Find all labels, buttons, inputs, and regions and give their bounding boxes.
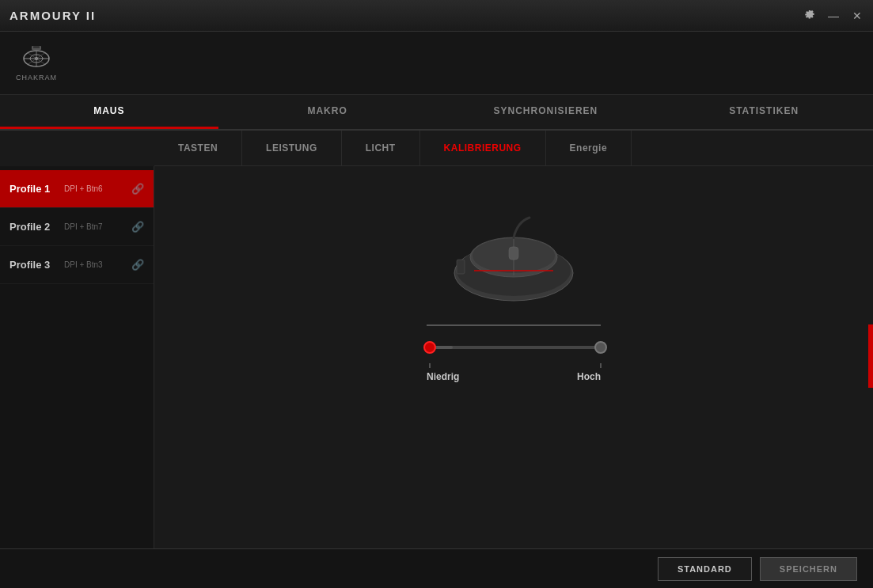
title-bar: ARMOURY II — ✕	[0, 0, 873, 32]
profile-2-link-icon: 🔗	[131, 221, 144, 233]
main-navigation: MAUS MAKRO SYNCHRONISIEREN STATISTIKEN	[0, 95, 873, 131]
subtab-tasten[interactable]: TASTEN	[154, 131, 242, 165]
profile-3-shortcut: DPI + Btn3	[64, 260, 128, 269]
subtab-energie[interactable]: Energie	[546, 131, 632, 165]
profile-sidebar: Profile 1 DPI + Btn6 🔗 Profile 2 DPI + B…	[0, 166, 154, 584]
slider-thumb-max[interactable]	[594, 341, 607, 354]
profile-item-3[interactable]: Profile 3 DPI + Btn3 🔗	[0, 246, 154, 284]
bottom-bar: STANDARD SPEICHERN	[0, 548, 873, 588]
device-name-label: CHAKRAM	[16, 74, 57, 82]
slider-thumb-min[interactable]	[423, 341, 436, 354]
content-area: Profile 1 DPI + Btn6 🔗 Profile 2 DPI + B…	[0, 166, 873, 584]
profile-2-name: Profile 2	[9, 221, 61, 233]
standard-button[interactable]: STANDARD	[658, 557, 752, 581]
svg-rect-12	[457, 260, 465, 274]
logo-area: CHAKRAM	[0, 32, 873, 95]
calibration-slider-area: Niedrig Hoch	[427, 334, 601, 382]
surface-line	[427, 324, 601, 326]
mouse-illustration	[427, 214, 601, 317]
tab-synchronisieren[interactable]: SYNCHRONISIEREN	[437, 95, 655, 129]
tab-maus[interactable]: MAUS	[0, 95, 218, 129]
svg-rect-10	[509, 247, 518, 260]
tab-statistiken[interactable]: STATISTIKEN	[655, 95, 873, 129]
subtab-leistung[interactable]: LEISTUNG	[242, 131, 342, 165]
slider-label-low: Niedrig	[427, 371, 459, 382]
slider-track	[427, 346, 601, 349]
profile-2-shortcut: DPI + Btn7	[64, 222, 128, 231]
profile-3-link-icon: 🔗	[131, 259, 144, 271]
settings-button[interactable]	[803, 9, 816, 22]
slider-label-high: Hoch	[577, 371, 601, 382]
slider-tick-left	[430, 363, 431, 368]
chakram-logo-icon	[21, 44, 52, 72]
main-panel: Niedrig Hoch	[154, 166, 873, 584]
app-title: ARMOURY II	[9, 9, 96, 22]
profile-1-link-icon: 🔗	[131, 183, 144, 195]
profile-item-1[interactable]: Profile 1 DPI + Btn6 🔗	[0, 170, 154, 208]
minimize-button[interactable]: —	[827, 9, 840, 22]
profile-1-name: Profile 1	[9, 183, 61, 195]
side-accent	[868, 324, 873, 388]
profile-3-name: Profile 3	[9, 259, 61, 271]
tab-makro[interactable]: MAKRO	[218, 95, 437, 129]
device-logo: CHAKRAM	[16, 44, 57, 82]
sub-navigation: TASTEN LEISTUNG LICHT KALIBRIERUNG Energ…	[154, 131, 873, 166]
save-button[interactable]: SPEICHERN	[760, 557, 857, 581]
subtab-kalibrierung[interactable]: KALIBRIERUNG	[420, 131, 546, 165]
close-button[interactable]: ✕	[851, 9, 864, 22]
subtab-licht[interactable]: LICHT	[342, 131, 420, 165]
svg-rect-4	[33, 46, 40, 48]
slider-labels: Niedrig Hoch	[427, 371, 601, 382]
window-controls: — ✕	[803, 9, 864, 22]
profile-item-2[interactable]: Profile 2 DPI + Btn7 🔗	[0, 208, 154, 246]
profile-1-shortcut: DPI + Btn6	[64, 184, 128, 193]
slider-tick-right	[601, 363, 602, 368]
